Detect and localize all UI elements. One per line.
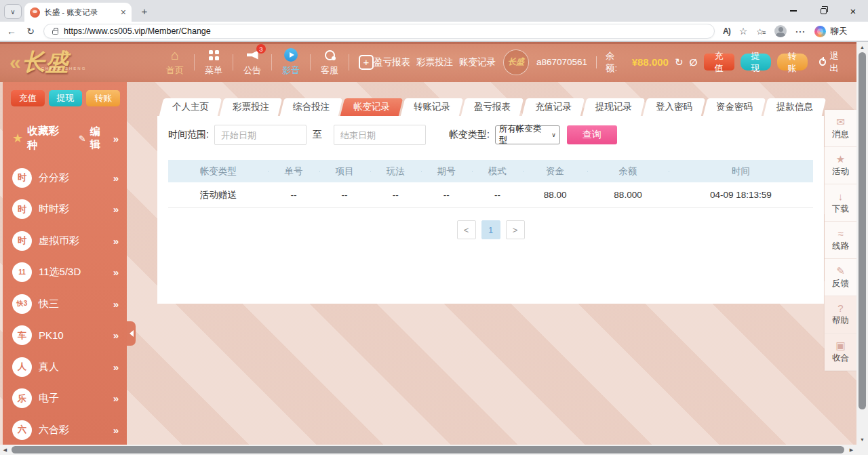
nav-service[interactable]: 客服 [311,47,349,77]
tab-login-password[interactable]: 登入密码 [643,98,706,116]
vertical-scroll-thumb[interactable] [859,52,866,409]
sidebar-item-k3[interactable]: 快3 快三 [3,288,127,320]
sidebar-item-label: PK10 [39,329,64,341]
right-toolbar: ✉ 消息 ★ 活动 ↓ 下载 ≈ 线路 ✎ 反馈 ? 帮助 [825,110,856,371]
lock-icon[interactable] [52,30,58,35]
horizontal-scrollbar[interactable] [0,445,868,455]
left-sidebar: 充值 提现 转账 收藏彩种 编辑 时 分分彩 时 时时彩 [3,82,127,445]
window-controls [778,0,868,22]
sidebar-item-crypto-lottery[interactable]: 时 虚拟币彩 [3,225,127,257]
site-logo[interactable]: 长盛 CHANG SHENG [9,47,145,78]
sidebar-item-egames[interactable]: 乐 电子 [3,383,127,415]
url-field[interactable]: https://www.cs005.vip/Member/Change [43,24,715,39]
toolbar-messages[interactable]: ✉ 消息 [825,110,856,147]
url-text: https://www.cs005.vip/Member/Change [64,26,211,36]
sidebar-item-ssc[interactable]: 时 时时彩 [3,194,127,226]
scroll-right-arrow[interactable] [846,445,856,455]
col-balance: 余额 [587,165,669,178]
tab-combined-bets[interactable]: 综合投注 [280,98,343,116]
chevron-down-icon [551,132,556,138]
read-aloud-icon[interactable] [723,26,730,36]
nav-notice[interactable]: 公告 3 [233,47,271,77]
tab-transfer-records[interactable]: 转账记录 [401,98,464,116]
sidebar-recharge-button[interactable]: 充值 [11,90,45,106]
user-avatar[interactable]: 长盛 [503,49,529,75]
recharge-button[interactable]: 充值 [704,54,734,70]
current-page-button[interactable]: 1 [481,220,500,239]
tab-withdraw-records[interactable]: 提现记录 [582,98,645,116]
maximize-button[interactable] [808,0,838,22]
sidebar-item-label: 真人 [39,361,59,373]
person-icon: 人 [12,357,32,377]
tab-lottery-bets[interactable]: 彩票投注 [220,98,283,116]
minimize-button[interactable] [778,0,808,22]
toolbar-help[interactable]: ? 帮助 [825,296,856,333]
start-date-input[interactable] [214,125,307,145]
nav-menu[interactable]: 菜单 [195,47,233,77]
fast3-icon: 快3 [12,294,32,314]
toolbar-lines[interactable]: ≈ 线路 [825,222,856,259]
tab-search-button[interactable] [4,4,22,19]
nav-media[interactable]: 影音 [272,47,310,77]
menu-grid-icon [209,50,219,60]
add-shortcut-button[interactable] [359,55,374,70]
profile-avatar-icon[interactable] [774,25,787,37]
sidebar-item-label: 虚拟币彩 [39,235,79,247]
scroll-up-arrow[interactable] [856,42,868,52]
link-account-change[interactable]: 账变记录 [459,56,496,68]
toolbar-collapse[interactable]: ▣ 收合 [825,333,856,371]
close-button[interactable] [838,0,868,22]
scroll-left-arrow[interactable] [0,445,10,455]
chevron-right-icon [113,424,119,436]
sidebar-withdraw-button[interactable]: 提现 [49,90,83,106]
tab-withdraw-info[interactable]: 提款信息 [764,98,827,116]
refresh-balance-icon[interactable] [675,56,684,68]
sidebar-transfer-button[interactable]: 转账 [86,90,120,106]
tab-profit-report[interactable]: 盈亏报表 [461,98,524,116]
hide-balance-icon[interactable] [690,57,698,68]
sidebar-item-mark6[interactable]: 六 六合彩 [3,414,127,445]
search-button[interactable]: 查询 [567,125,617,144]
collections-icon[interactable] [756,25,766,37]
toolbar-activities[interactable]: ★ 活动 [825,147,856,184]
transfer-button[interactable]: 转账 [777,54,808,70]
back-icon[interactable] [5,26,18,37]
vertical-scrollbar[interactable] [856,42,868,445]
sidebar-item-pk10[interactable]: 车 PK10 [3,320,127,352]
link-profit-report[interactable]: 盈亏报表 [374,56,410,68]
withdraw-button[interactable]: 提现 [741,54,771,70]
end-date-input[interactable] [334,125,426,145]
sidebar-item-ffc[interactable]: 时 分分彩 [3,162,127,194]
browser-tab[interactable]: 长盛 - 账变记录 [24,3,132,22]
change-type-select[interactable]: 所有帐变类型 [495,125,560,144]
scroll-down-arrow[interactable] [856,434,868,445]
link-lottery-bets[interactable]: 彩票投注 [416,56,453,68]
tab-fund-password[interactable]: 资金密码 [703,98,766,116]
toolbar-feedback[interactable]: ✎ 反馈 [825,259,856,296]
reload-icon[interactable] [24,26,37,37]
tab-close-icon[interactable] [121,7,126,17]
tab-account-change[interactable]: 帐变记录 [340,98,403,116]
sidebar-collapse-handle[interactable] [127,321,136,346]
tab-profile[interactable]: 个人主页 [159,98,222,116]
toolbar-download[interactable]: ↓ 下载 [825,184,856,222]
logout-button[interactable]: 退出 [819,50,847,75]
nav-home[interactable]: 首页 [156,47,194,77]
tab-recharge-records[interactable]: 充值记录 [521,98,585,116]
prev-page-button[interactable]: < [457,220,476,239]
new-tab-button[interactable] [136,2,153,20]
logo-subtitle: CHANG SHENG [41,66,87,70]
cell-mode: -- [472,190,523,200]
close-icon [850,6,856,16]
sidebar-item-11x5-3d[interactable]: 11 11选5/3D [3,257,127,289]
edit-button[interactable]: 编辑 [90,125,109,151]
browser-menu-icon[interactable] [795,25,806,37]
horizontal-scroll-thumb[interactable] [12,446,844,453]
copilot-button[interactable]: 聊天 [814,26,847,37]
sidebar-item-live[interactable]: 人 真人 [3,351,127,383]
favorite-star-icon[interactable] [739,25,748,37]
next-page-button[interactable]: > [506,220,525,239]
notice-badge: 3 [256,44,266,54]
chevron-right-icon[interactable] [113,133,119,144]
clock-icon: 时 [12,199,32,219]
